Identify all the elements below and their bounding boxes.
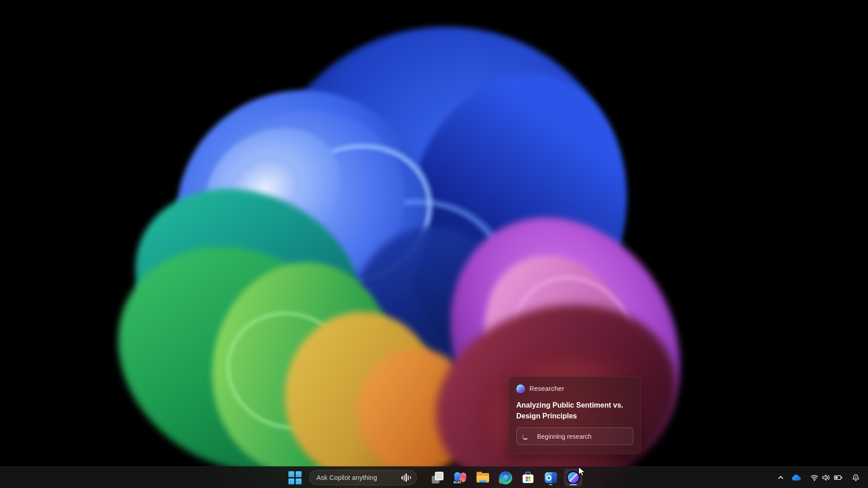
- edge-icon: [499, 471, 512, 484]
- notification-title: Analyzing Public Sentiment vs. Design Pr…: [516, 400, 633, 422]
- windows-logo-icon: [288, 471, 302, 484]
- m365-copilot-button[interactable]: M365: [451, 469, 469, 487]
- tray-onedrive-button[interactable]: [789, 469, 805, 487]
- notification-title-line: Design Principles: [516, 411, 633, 422]
- outlook-button[interactable]: [542, 469, 560, 487]
- system-tray: z: [774, 467, 863, 488]
- battery-icon: [834, 474, 843, 482]
- task-view-button[interactable]: [429, 469, 447, 487]
- researcher-notification-card[interactable]: Researcher Analyzing Public Sentiment vs…: [509, 376, 641, 454]
- start-button[interactable]: [286, 469, 304, 487]
- outlook-icon: [544, 471, 557, 484]
- m365-copilot-icon: M365: [453, 471, 467, 484]
- microsoft-store-button[interactable]: [519, 469, 537, 487]
- notification-app-row: Researcher: [516, 384, 633, 393]
- researcher-app-icon: [515, 384, 526, 394]
- taskbar: Ask Copilot anything M365: [0, 466, 868, 488]
- bell-dnd-icon: z: [852, 474, 860, 482]
- taskbar-center-group: Ask Copilot anything M365: [286, 467, 582, 488]
- notification-status-text: Beginning research: [537, 433, 592, 440]
- volume-icon: [822, 474, 830, 482]
- copilot-search-input[interactable]: Ask Copilot anything: [309, 470, 417, 485]
- progress-spinner-icon: [522, 433, 528, 440]
- voice-input-icon[interactable]: [401, 473, 411, 482]
- svg-text:z: z: [855, 475, 857, 479]
- tray-network-volume-battery-button[interactable]: [807, 469, 846, 487]
- file-explorer-button[interactable]: [474, 469, 492, 487]
- notification-title-line: Analyzing Public Sentiment vs.: [516, 400, 633, 411]
- tray-chevron-up-button[interactable]: [774, 469, 788, 487]
- copilot-active-indicator: [570, 484, 577, 485]
- notification-progress-pill: Beginning research: [516, 427, 633, 445]
- desktop: Researcher Analyzing Public Sentiment vs…: [0, 0, 868, 488]
- onedrive-icon: [792, 474, 802, 481]
- microsoft-store-icon: [522, 471, 534, 484]
- outlook-running-indicator: [549, 484, 552, 485]
- file-explorer-icon: [476, 471, 490, 484]
- chevron-up-icon: [777, 474, 784, 481]
- edge-button[interactable]: [496, 469, 514, 487]
- desktop-wallpaper: [0, 0, 868, 488]
- taskbar-app-icons: M365: [429, 469, 582, 487]
- mouse-cursor: [577, 466, 587, 477]
- m365-badge: M365: [453, 481, 462, 485]
- wifi-icon: [810, 474, 819, 482]
- notification-app-name: Researcher: [529, 385, 564, 392]
- task-view-icon: [432, 472, 443, 483]
- tray-notification-bell-button[interactable]: z: [848, 469, 863, 487]
- search-placeholder-text: Ask Copilot anything: [316, 474, 401, 481]
